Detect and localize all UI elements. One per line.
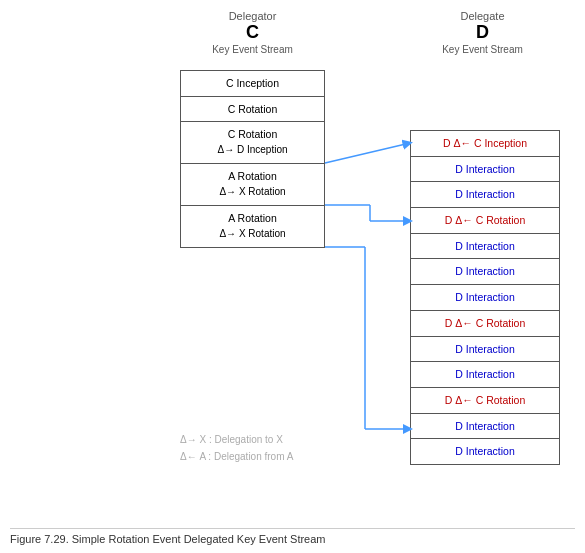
legend-item-2: Δ← A : Delegation from A [180,448,293,465]
delegate-title: Delegate [405,10,560,22]
right-box-7: D Δ← C Rotation [410,311,560,337]
left-box-2: C RotationΔ→ D Inception [180,122,325,164]
left-box-0: C Inception [180,70,325,97]
svg-line-0 [325,143,410,163]
left-column: C Inception C Rotation C RotationΔ→ D In… [180,70,325,248]
right-box-9: D Interaction [410,362,560,388]
right-box-2: D Interaction [410,182,560,208]
left-box-1: C Rotation [180,97,325,123]
left-box-3: A RotationΔ→ X Rotation [180,164,325,206]
delegator-title: Delegator [180,10,325,22]
right-box-4: D Interaction [410,234,560,260]
right-box-3: D Δ← C Rotation [410,208,560,234]
right-box-12: D Interaction [410,439,560,465]
left-box-4: A RotationΔ→ X Rotation [180,206,325,248]
legend-item-1: Δ→ X : Delegation to X [180,431,293,448]
delegator-header: Delegator C Key Event Stream [180,10,325,55]
delegator-letter: C [180,22,325,44]
right-box-6: D Interaction [410,285,560,311]
legend: Δ→ X : Delegation to X Δ← A : Delegation… [180,431,293,465]
right-box-5: D Interaction [410,259,560,285]
delegate-header: Delegate D Key Event Stream [405,10,560,55]
right-box-8: D Interaction [410,337,560,363]
right-box-10: D Δ← C Rotation [410,388,560,414]
right-column: D Δ← C Inception D Interaction D Interac… [410,130,560,465]
delegate-sub: Key Event Stream [405,44,560,55]
right-box-1: D Interaction [410,157,560,183]
diagram: Delegator C Key Event Stream Delegate D … [10,10,575,520]
figure-caption: Figure 7.29. Simple Rotation Event Deleg… [10,528,575,545]
delegator-sub: Key Event Stream [180,44,325,55]
right-box-11: D Interaction [410,414,560,440]
delegate-letter: D [405,22,560,44]
right-box-0: D Δ← C Inception [410,130,560,157]
